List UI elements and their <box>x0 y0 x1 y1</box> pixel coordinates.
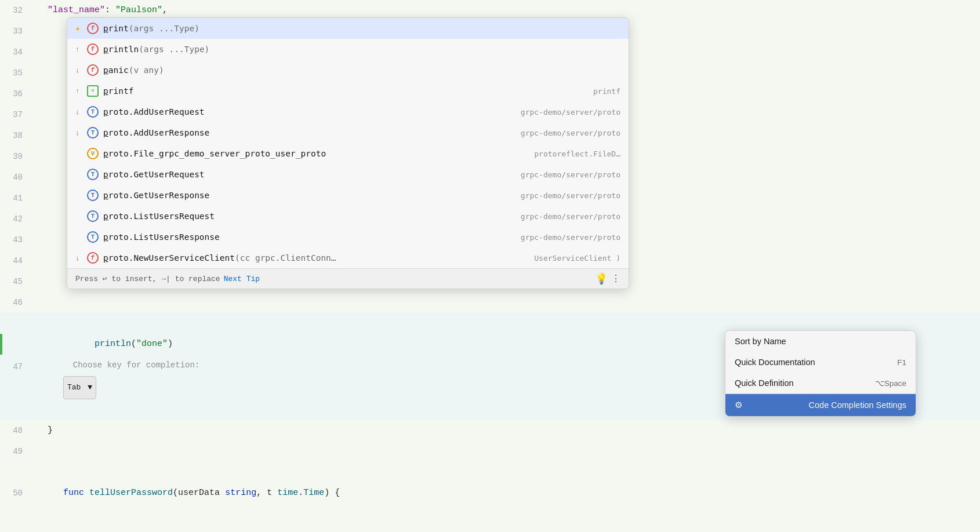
item-source: grpc-demo/server/proto <box>521 129 620 137</box>
item-name: proto.GetUserResponse <box>103 191 209 200</box>
item-name: proto.AddUserResponse <box>103 128 209 137</box>
autocomplete-item-printf[interactable]: ↑ ≡ printf printf <box>67 81 629 101</box>
next-tip-button[interactable]: Next Tip <box>224 275 260 283</box>
code-line-51: 51 var user T <box>0 524 980 532</box>
autocomplete-item-proto-listusersresponse[interactable]: T proto.ListUsersResponse grpc-demo/serv… <box>67 227 629 247</box>
code-line-46: 46 <box>0 292 980 313</box>
context-menu-quick-definition[interactable]: Quick Definition ⌥Space <box>725 373 916 393</box>
quick-definition-label: Quick Definition <box>735 378 794 388</box>
code-line-48: 48 } <box>0 420 980 441</box>
function-icon: f <box>87 252 99 264</box>
autocomplete-item-proto-getuserrequest[interactable]: T proto.GetUserRequest grpc-demo/server/… <box>67 164 629 185</box>
arrow-up-icon: ↑ <box>75 87 84 96</box>
footer-hint: Press ↩ to insert, →| to replace <box>75 274 220 283</box>
context-menu[interactable]: Sort by Name Quick Documentation F1 Quic… <box>725 330 916 417</box>
item-params: (args ...Type) <box>139 45 209 54</box>
context-menu-sort-by-name[interactable]: Sort by Name <box>725 331 916 352</box>
type-icon: T <box>87 127 99 139</box>
item-name: proto.NewUserServiceClient <box>103 253 235 263</box>
item-source: grpc-demo/server/proto <box>521 233 620 242</box>
item-source: protoreflect.FileD… <box>534 150 620 158</box>
gear-icon: ⚙ <box>735 400 742 410</box>
autocomplete-footer: Press ↩ to insert, →| to replace Next Ti… <box>67 268 629 289</box>
type-icon: T <box>87 190 99 201</box>
arrow-down-icon: ↓ <box>75 254 84 263</box>
item-name: proto.File_grpc_demo_server_proto_user_p… <box>103 149 326 158</box>
item-name: proto.ListUsersRequest <box>103 212 215 221</box>
quick-definition-shortcut: ⌥Space <box>875 378 906 388</box>
arrow-up-icon: ↑ <box>75 45 84 54</box>
autocomplete-item-proto-listusersrequest[interactable]: T proto.ListUsersRequest grpc-demo/serve… <box>67 206 629 227</box>
autocomplete-item-panic[interactable]: ↓ f panic (v any) <box>67 60 629 81</box>
arrow-down-icon: ↓ <box>75 108 84 116</box>
item-source: grpc-demo/server/proto <box>521 108 620 116</box>
item-source: grpc-demo/server/proto <box>521 212 620 221</box>
function-icon: f <box>87 23 99 34</box>
context-menu-code-completion-settings[interactable]: ⚙ Code Completion Settings <box>725 394 916 416</box>
item-params: (v any) <box>129 65 164 75</box>
type-icon: T <box>87 106 99 118</box>
line-num-47: 47 <box>0 356 32 377</box>
line-num-32: 32 <box>0 0 32 21</box>
autocomplete-item-print[interactable]: ★ f print (args ...Type) <box>67 18 629 39</box>
quick-documentation-shortcut: F1 <box>897 358 906 367</box>
code-line-50: 50 func tellUserPassword(userData string… <box>0 462 980 524</box>
item-source: grpc-demo/server/proto <box>521 191 620 200</box>
item-name: printf <box>103 86 133 96</box>
item-source: UserServiceClient ) <box>534 254 620 263</box>
value-icon: V <box>87 148 99 159</box>
item-name: println <box>103 45 139 54</box>
autocomplete-item-proto-adduserresponse[interactable]: ↓ T proto.AddUserResponse grpc-demo/serv… <box>67 122 629 143</box>
item-name: print <box>103 24 129 33</box>
quick-documentation-label: Quick Documentation <box>735 358 815 367</box>
code-line-49: 49 <box>0 441 980 462</box>
code-completion-settings-label: Code Completion Settings <box>809 400 906 410</box>
autocomplete-item-proto-getuserresponse[interactable]: T proto.GetUserResponse grpc-demo/server… <box>67 185 629 206</box>
item-source: grpc-demo/server/proto <box>521 170 620 179</box>
autocomplete-item-println[interactable]: ↑ f println (args ...Type) <box>67 39 629 60</box>
context-menu-quick-documentation[interactable]: Quick Documentation F1 <box>725 352 916 373</box>
star-icon: ★ <box>75 24 84 33</box>
arrow-down-icon: ↓ <box>75 66 84 75</box>
type-icon: T <box>87 231 99 243</box>
autocomplete-popup[interactable]: ★ f print (args ...Type) ↑ f println (ar… <box>67 17 629 289</box>
arrow-down-icon: ↓ <box>75 129 84 137</box>
autocomplete-item-proto-adduserrequest[interactable]: ↓ T proto.AddUserRequest grpc-demo/serve… <box>67 101 629 122</box>
active-line-indicator <box>0 334 2 355</box>
item-source: printf <box>593 87 620 96</box>
item-name: proto.AddUserRequest <box>103 107 205 116</box>
item-params: (cc grpc.ClientConn… <box>235 253 336 263</box>
align-icon: ≡ <box>87 85 99 97</box>
type-icon: T <box>87 210 99 222</box>
item-name: proto.ListUsersResponse <box>103 232 220 242</box>
item-name: proto.GetUserRequest <box>103 170 205 179</box>
item-name: panic <box>103 65 129 75</box>
tab-completion-dropdown[interactable]: Tab ▼ <box>63 376 96 399</box>
sort-by-name-label: Sort by Name <box>735 337 786 346</box>
autocomplete-item-proto-newuserserviceclient[interactable]: ↓ f proto.NewUserServiceClient (cc grpc.… <box>67 247 629 268</box>
autocomplete-item-proto-file[interactable]: V proto.File_grpc_demo_server_proto_user… <box>67 143 629 164</box>
item-params: (args ...Type) <box>129 24 199 33</box>
lightbulb-icon[interactable]: 💡 <box>595 272 608 285</box>
more-options-icon[interactable]: ⋮ <box>611 273 620 285</box>
function-icon: f <box>87 43 99 55</box>
type-icon: T <box>87 169 99 180</box>
function-icon: f <box>87 64 99 76</box>
